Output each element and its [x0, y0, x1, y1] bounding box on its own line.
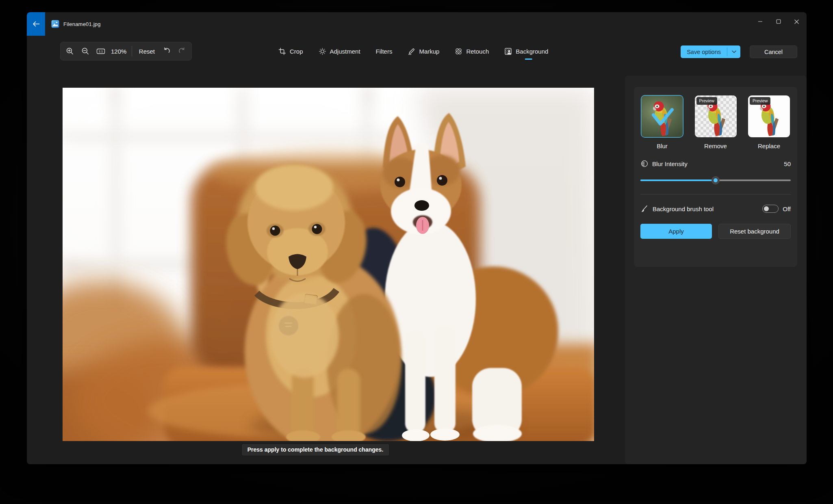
- selected-check-icon: [641, 95, 683, 137]
- mode-remove[interactable]: Preview Remove: [694, 95, 738, 149]
- preview-badge: Preview: [750, 97, 770, 105]
- window-title: Filename01.jpg: [63, 21, 101, 27]
- tab-retouch[interactable]: Retouch: [449, 43, 494, 59]
- actual-size-button[interactable]: 1:1: [93, 44, 108, 58]
- tab-label: Markup: [419, 48, 439, 55]
- tab-label: Retouch: [466, 48, 489, 55]
- header-actions: Save options Cancel: [681, 45, 807, 58]
- apply-button[interactable]: Apply: [640, 224, 712, 239]
- tab-label: Adjustment: [330, 48, 360, 55]
- toggle-knob: [764, 206, 769, 211]
- tab-label: Background: [516, 48, 548, 55]
- undo-icon: [163, 47, 171, 55]
- remove-thumbnail[interactable]: Preview: [695, 95, 737, 137]
- cancel-button[interactable]: Cancel: [750, 45, 797, 58]
- zoom-out-icon: [81, 47, 89, 55]
- tab-background[interactable]: Background: [499, 43, 553, 59]
- brush-tool-row: Background brush tool Off: [640, 205, 791, 213]
- photos-app-icon: [51, 20, 59, 28]
- tab-label: Filters: [376, 48, 393, 55]
- markup-pencil-icon: [408, 48, 415, 55]
- tab-label: Crop: [290, 48, 303, 55]
- brush-toggle[interactable]: [762, 205, 779, 213]
- brush-icon: [640, 205, 649, 213]
- view-toolbar: 1:1 120% Reset: [60, 42, 192, 61]
- blur-intensity-slider[interactable]: [640, 176, 791, 184]
- zoom-out-button[interactable]: [78, 44, 93, 58]
- photo-two-puppies: [63, 88, 594, 441]
- reset-background-button[interactable]: Reset background: [718, 224, 791, 239]
- back-button[interactable]: [27, 12, 45, 36]
- redo-icon: [178, 47, 186, 55]
- mode-label: Blur: [657, 143, 668, 149]
- svg-text:1:1: 1:1: [99, 50, 103, 53]
- save-options-dropdown[interactable]: [727, 45, 740, 58]
- background-mode-list: Blur Preview Remove Preview: [640, 95, 791, 149]
- actual-size-1-1-icon: 1:1: [96, 47, 105, 55]
- save-options-button[interactable]: Save options: [681, 45, 740, 58]
- preview-badge: Preview: [696, 97, 717, 105]
- contrast-half-icon: [640, 160, 649, 168]
- save-options-label: Save options: [681, 45, 727, 58]
- maximize-button[interactable]: [769, 12, 787, 31]
- background-panel: Blur Preview Remove Preview: [625, 76, 807, 464]
- tab-filters[interactable]: Filters: [371, 44, 398, 59]
- crop-icon: [278, 48, 286, 55]
- active-tab-indicator: [525, 58, 532, 60]
- zoom-level-value: 120%: [108, 48, 129, 55]
- maximize-icon: [776, 19, 781, 24]
- edit-tabs: Crop Adjustment Filters Markup: [273, 42, 553, 61]
- status-tooltip: Press apply to complete the background c…: [241, 443, 390, 456]
- mode-label: Replace: [758, 143, 780, 149]
- brush-tool-label: Background brush tool: [653, 205, 714, 212]
- blur-intensity-value: 50: [784, 160, 791, 167]
- tab-adjustment[interactable]: Adjustment: [313, 43, 366, 59]
- background-person-icon: [504, 48, 512, 55]
- slider-thumb[interactable]: [712, 176, 720, 184]
- close-icon: [794, 19, 799, 24]
- tab-crop[interactable]: Crop: [273, 43, 308, 59]
- adjustment-sun-icon: [319, 48, 326, 55]
- back-arrow-icon: [33, 21, 40, 27]
- titlebar: Filename01.jpg: [27, 12, 807, 36]
- undo-button[interactable]: [159, 44, 174, 58]
- brush-toggle-state: Off: [783, 205, 791, 212]
- section-divider: [640, 194, 791, 195]
- mode-blur[interactable]: Blur: [640, 95, 684, 149]
- replace-thumbnail[interactable]: Preview: [748, 95, 790, 137]
- tab-markup[interactable]: Markup: [402, 43, 445, 59]
- photos-editor-window: Filename01.jpg: [27, 12, 807, 464]
- chevron-down-icon: [732, 50, 736, 53]
- mode-label: Remove: [704, 143, 727, 149]
- photo-canvas: [63, 88, 594, 441]
- reset-view-button[interactable]: Reset: [135, 44, 159, 58]
- redo-button[interactable]: [174, 44, 190, 58]
- retouch-bandage-icon: [455, 48, 462, 55]
- zoom-in-icon: [66, 47, 74, 55]
- blur-slider-fill: [640, 180, 716, 181]
- minimize-icon: [758, 19, 763, 24]
- panel-buttons: Apply Reset background: [640, 224, 791, 239]
- background-options-card: Blur Preview Remove Preview: [634, 87, 797, 267]
- blur-intensity-row: Blur Intensity 50: [640, 160, 791, 168]
- minimize-button[interactable]: [751, 12, 769, 31]
- close-button[interactable]: [787, 12, 806, 31]
- blur-thumbnail[interactable]: [641, 95, 683, 137]
- zoom-in-button[interactable]: [62, 44, 78, 58]
- blur-intensity-label: Blur Intensity: [652, 160, 688, 167]
- mode-replace[interactable]: Preview Replace: [747, 95, 791, 149]
